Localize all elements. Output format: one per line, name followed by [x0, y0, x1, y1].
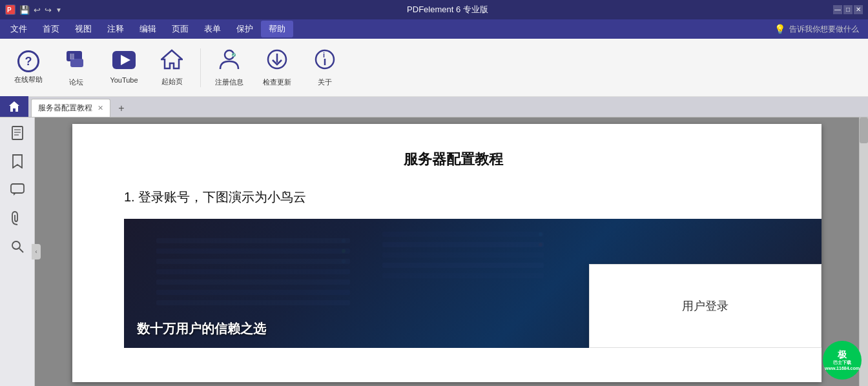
svg-point-23	[12, 241, 20, 249]
svg-rect-25	[156, 238, 350, 243]
svg-rect-26	[156, 249, 350, 254]
menu-help[interactable]: 帮助	[261, 21, 293, 37]
window-title: PDFelement 6 专业版	[62, 4, 833, 15]
menu-protect[interactable]: 保护	[229, 21, 261, 37]
svg-rect-28	[156, 269, 350, 274]
download-icon	[266, 48, 288, 75]
svg-rect-21	[11, 184, 24, 193]
svg-text:P: P	[7, 6, 12, 14]
menu-home[interactable]: 首页	[35, 21, 67, 37]
search-area: 💡 告诉我你想要做什么	[774, 24, 865, 35]
tab-label: 服务器配置教程	[38, 103, 92, 114]
login-box-title: 用户登录	[682, 298, 728, 314]
maximize-button[interactable]: □	[843, 5, 852, 14]
menu-view[interactable]: 视图	[67, 21, 99, 37]
bulb-icon: 💡	[774, 24, 785, 34]
pdf-page: 服务器配置教程 1. 登录账号，下图演示为小鸟云	[72, 124, 822, 382]
tab-close-button[interactable]: ✕	[98, 104, 103, 112]
menu-edit[interactable]: 编辑	[132, 21, 164, 37]
svg-text:i: i	[323, 51, 325, 59]
svg-rect-29	[156, 279, 350, 285]
pdf-content-area: 服务器配置教程 1. 登录账号，下图演示为小鸟云	[35, 117, 859, 386]
tab-add-button[interactable]: +	[113, 100, 130, 117]
sidebar-search[interactable]	[7, 236, 28, 257]
menu-file[interactable]: 文件	[3, 21, 35, 37]
youtube-button[interactable]: YouTube	[102, 43, 146, 93]
pdf-embedded-image: 数十万用户的信赖之选 用户登录	[124, 219, 822, 348]
quick-undo[interactable]: ↩	[34, 5, 41, 15]
svg-text:|||: |||	[70, 53, 74, 59]
sidebar-collapse-arrow[interactable]: ‹	[32, 244, 41, 259]
home-icon	[161, 49, 183, 74]
start-page-button[interactable]: 起始页	[150, 43, 194, 93]
svg-point-39	[342, 259, 346, 263]
svg-point-38	[342, 249, 346, 253]
sidebar-comment[interactable]	[7, 179, 28, 200]
vertical-scrollbar[interactable]	[859, 117, 868, 386]
check-update-label: 检查更新	[263, 77, 291, 87]
forum-icon: |||	[65, 48, 87, 75]
scrollbar-thumb[interactable]	[860, 117, 868, 143]
app-icon: P	[5, 5, 16, 15]
title-bar-left: P 💾 ↩ ↪ ▼	[5, 5, 62, 15]
info-icon: i	[314, 48, 336, 75]
svg-point-40	[539, 232, 542, 236]
svg-rect-36	[382, 273, 544, 278]
svg-point-37	[342, 239, 346, 243]
watermark-top: 极	[838, 349, 847, 360]
menu-form[interactable]: 表单	[196, 21, 229, 37]
pdf-section-heading: 1. 登录账号，下图演示为小鸟云	[124, 188, 783, 206]
svg-rect-30	[156, 290, 350, 295]
svg-rect-17	[12, 127, 23, 139]
quick-redo[interactable]: ↪	[45, 5, 52, 15]
forum-button[interactable]: ||| 论坛	[54, 43, 98, 93]
sidebar-attachment[interactable]	[7, 208, 28, 229]
svg-rect-31	[156, 300, 350, 305]
svg-marker-7	[161, 50, 182, 68]
svg-rect-34	[382, 252, 544, 258]
svg-text:✓: ✓	[232, 52, 236, 58]
svg-rect-3	[70, 59, 83, 67]
watermark-site: 巴士下载www.11684.com	[825, 360, 860, 371]
register-button[interactable]: ✓ 注册信息	[207, 43, 251, 93]
sidebar-page-thumbnail[interactable]	[7, 123, 28, 143]
tab-home-button[interactable]	[0, 96, 28, 117]
forum-label: 论坛	[69, 77, 83, 87]
help-ribbon: ? 在线帮助 ||| 论坛 YouTube 起始页	[0, 39, 868, 97]
svg-line-24	[19, 249, 23, 252]
svg-rect-33	[382, 242, 544, 247]
close-button[interactable]: ✕	[854, 5, 863, 14]
tab-document-1[interactable]: 服务器配置教程 ✕	[31, 99, 110, 117]
about-label: 关于	[318, 77, 332, 87]
quick-save[interactable]: 💾	[19, 5, 30, 15]
svg-rect-35	[382, 263, 544, 268]
smart-search-label[interactable]: 告诉我你想要做什么	[789, 24, 859, 35]
menu-page[interactable]: 页面	[164, 21, 196, 37]
svg-marker-16	[9, 101, 19, 112]
youtube-icon	[112, 51, 136, 74]
menu-annotate[interactable]: 注释	[99, 21, 132, 37]
online-help-label: 在线帮助	[14, 75, 43, 85]
left-sidebar: ‹	[0, 117, 35, 386]
login-box: 用户登录	[589, 264, 822, 348]
online-help-button[interactable]: ? 在线帮助	[6, 43, 50, 93]
minimize-button[interactable]: —	[833, 5, 842, 14]
svg-rect-27	[156, 259, 350, 264]
tab-bar: 服务器配置教程 ✕ +	[0, 97, 868, 117]
youtube-label: YouTube	[110, 76, 138, 84]
start-page-label: 起始页	[161, 77, 183, 86]
window-controls[interactable]: — □ ✕	[833, 5, 863, 14]
quick-dropdown[interactable]: ▼	[56, 6, 62, 14]
register-label: 注册信息	[215, 77, 243, 87]
check-update-button[interactable]: 检查更新	[255, 43, 299, 93]
help-circle-icon: ?	[17, 50, 39, 72]
pdf-document-title: 服务器配置教程	[124, 150, 783, 169]
toolbar-sep-1	[200, 48, 201, 87]
watermark-badge: 极 巴士下载www.11684.com	[823, 341, 862, 380]
menu-bar: 文件 首页 视图 注释 编辑 页面 表单 保护 帮助 💡 告诉我你想要做什么	[0, 19, 868, 39]
register-icon: ✓	[219, 48, 240, 75]
title-bar: P 💾 ↩ ↪ ▼ PDFelement 6 专业版 — □ ✕	[0, 0, 868, 19]
about-button[interactable]: i 关于	[303, 43, 347, 93]
svg-point-41	[539, 243, 542, 247]
sidebar-bookmark[interactable]	[7, 151, 28, 172]
